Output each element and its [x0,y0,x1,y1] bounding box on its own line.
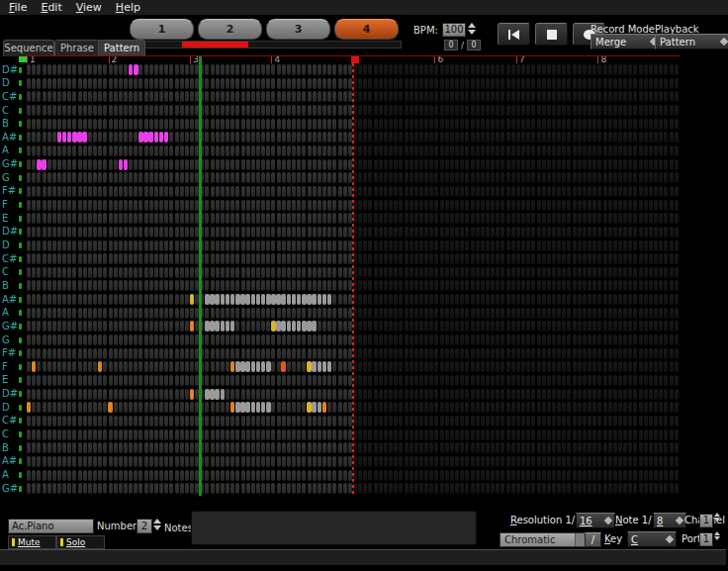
grid-cell[interactable] [57,213,61,224]
grid-cell[interactable] [552,119,556,130]
grid-cell[interactable] [552,159,556,170]
grid-cell[interactable] [374,416,378,427]
grid-cell[interactable] [322,308,326,319]
grid-cell[interactable] [114,78,118,89]
grid-cell[interactable] [256,456,260,467]
grid-cell[interactable] [246,334,250,345]
grid-cell[interactable] [562,361,566,372]
grid-cell[interactable] [618,416,622,427]
grid-cell[interactable] [169,64,173,75]
note-pill[interactable] [261,402,266,413]
grid-cell[interactable] [109,267,113,278]
grid-cell[interactable] [573,78,577,89]
grid-cell[interactable] [588,442,592,453]
grid-cell[interactable] [649,119,653,130]
grid-cell[interactable] [460,375,464,386]
note-pill[interactable] [281,321,286,332]
grid-cell[interactable] [241,280,245,291]
grid-cell[interactable] [185,213,189,224]
grid-cell[interactable] [114,470,118,481]
grid-cell[interactable] [109,240,113,251]
grid-cell[interactable] [384,267,388,278]
grid-cell[interactable] [573,389,577,400]
grid-cell[interactable] [322,483,326,494]
grid-cell[interactable] [88,159,92,170]
grid-cell[interactable] [516,200,520,211]
grid-cell[interactable] [52,429,56,440]
grid-cell[interactable] [471,361,475,372]
grid-cell[interactable] [429,145,433,156]
grid-cell[interactable] [410,416,413,427]
grid-cell[interactable] [379,308,383,319]
grid-cell[interactable] [88,294,92,305]
grid-cell[interactable] [332,402,336,413]
grid-cell[interactable] [98,253,102,264]
grid-cell[interactable] [500,334,504,345]
grid-cell[interactable] [434,442,438,453]
grid-cell[interactable] [78,416,82,427]
grid-cell[interactable] [405,294,409,305]
grid-cell[interactable] [374,280,378,291]
grid-cell[interactable] [542,375,546,386]
note-pill[interactable] [271,294,276,305]
grid-cell[interactable] [57,456,61,467]
grid-cell[interactable] [644,348,648,359]
grid-cell[interactable] [138,361,142,372]
grid-cell[interactable] [154,267,158,278]
grid-cell[interactable] [613,213,617,224]
grid-cell[interactable] [531,389,535,400]
grid-cell[interactable] [429,294,433,305]
grid-cell[interactable] [639,429,643,440]
grid-cell[interactable] [583,253,587,264]
grid-cell[interactable] [226,280,229,291]
grid-cell[interactable] [399,64,403,75]
grid-cell[interactable] [440,119,444,130]
grid-cell[interactable] [639,213,643,224]
grid-cell[interactable] [62,402,66,413]
grid-cell[interactable] [445,119,449,130]
grid-cell[interactable] [109,334,113,345]
grid-cell[interactable] [313,105,317,116]
grid-cell[interactable] [211,375,215,386]
grid-cell[interactable] [471,416,475,427]
grid-cell[interactable] [394,294,398,305]
grid-cell[interactable] [37,105,41,116]
grid-cell[interactable] [144,429,148,440]
grid-cell[interactable] [455,91,459,102]
grid-cell[interactable] [271,253,275,264]
grid-cell[interactable] [511,91,515,102]
grid-cell[interactable] [389,145,393,156]
grid-cell[interactable] [292,361,296,372]
grid-cell[interactable] [261,240,265,251]
grid-cell[interactable] [562,308,566,319]
grid-cell[interactable] [628,389,632,400]
grid-cell[interactable] [251,213,255,224]
grid-cell[interactable] [327,429,331,440]
grid-cell[interactable] [639,240,643,251]
grid-cell[interactable] [149,105,153,116]
grid-cell[interactable] [424,78,428,89]
grid-cell[interactable] [93,294,97,305]
grid-cell[interactable] [43,213,46,224]
grid-cell[interactable] [618,442,622,453]
grid-cell[interactable] [37,213,41,224]
grid-cell[interactable] [266,159,270,170]
grid-cell[interactable] [623,483,627,494]
grid-cell[interactable] [399,145,403,156]
grid-cell[interactable] [358,348,362,359]
grid-cell[interactable] [491,253,495,264]
grid-cell[interactable] [384,240,388,251]
note-pill[interactable] [292,294,297,305]
grid-cell[interactable] [603,470,607,481]
grid-cell[interactable] [175,321,179,332]
grid-cell[interactable] [573,442,577,453]
grid-cell[interactable] [292,172,296,183]
grid-cell[interactable] [57,280,61,291]
grid-cell[interactable] [251,442,255,453]
grid-cell[interactable] [114,442,118,453]
grid-cell[interactable] [185,172,189,183]
grid-cell[interactable] [434,253,438,264]
grid-cell[interactable] [491,348,495,359]
grid-cell[interactable] [578,402,582,413]
grid-cell[interactable] [664,145,668,156]
